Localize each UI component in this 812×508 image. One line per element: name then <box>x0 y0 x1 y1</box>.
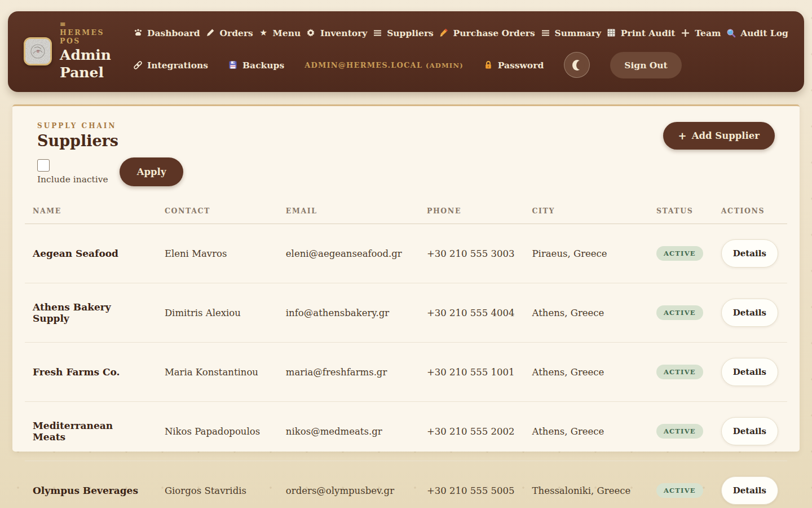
include-inactive-label: Include inactive <box>37 174 108 185</box>
theme-toggle-button[interactable] <box>564 52 590 78</box>
supplier-email: eleni@aegeanseafood.gr <box>278 224 419 283</box>
nav-item-menu[interactable]: ★ Menu <box>259 28 301 38</box>
nav-item-team[interactable]: Team <box>681 28 721 38</box>
nav-label: Integrations <box>147 60 208 71</box>
nav-label: Menu <box>273 28 301 38</box>
status-badge: ACTIVE <box>656 305 703 320</box>
supplier-phone: +30 210 555 2002 <box>419 402 524 461</box>
supplier-phone: +30 210 555 3003 <box>419 224 524 283</box>
details-button[interactable]: Details <box>721 299 778 327</box>
nav-item-inventory[interactable]: Inventory <box>306 28 367 38</box>
supplier-actions-cell: Details <box>713 461 787 508</box>
page-title: Suppliers <box>37 132 118 150</box>
add-supplier-label: Add Supplier <box>692 130 760 141</box>
secondary-nav: Integrations Backups ADMIN@HERMES.LOCAL … <box>133 52 788 78</box>
nav-item-suppliers[interactable]: Suppliers <box>373 28 434 38</box>
role-text: (ADMIN) <box>426 62 464 69</box>
list-icon <box>373 28 382 38</box>
supplier-name: Mediterranean Meats <box>25 402 157 461</box>
supplier-email: maria@freshfarms.gr <box>278 343 419 402</box>
table-row: Mediterranean Meats Nikos Papadopoulos n… <box>25 402 787 461</box>
column-header-phone: PHONE <box>419 199 524 224</box>
title-block: SUPPLY CHAIN Suppliers <box>37 122 118 150</box>
writing-hand-icon <box>439 28 449 38</box>
table-row: Fresh Farms Co. Maria Konstantinou maria… <box>25 343 787 402</box>
status-badge: ACTIVE <box>656 365 703 379</box>
lock-icon <box>484 60 493 70</box>
apply-button[interactable]: Apply <box>120 157 184 186</box>
details-button[interactable]: Details <box>721 358 778 386</box>
brand-title: Admin Panel <box>60 46 114 82</box>
supplier-status-cell: ACTIVE <box>648 343 713 402</box>
nav-label: Print Audit <box>621 28 676 38</box>
status-badge: ACTIVE <box>656 483 703 498</box>
supplier-city: Piraeus, Greece <box>524 224 648 283</box>
top-navigation-bar: ≡ HERMES POS Admin Panel Dashboard Order… <box>8 11 804 92</box>
nav-item-print-audit[interactable]: Print Audit <box>607 28 676 38</box>
supplier-status-cell: ACTIVE <box>648 402 713 461</box>
details-button[interactable]: Details <box>721 239 778 268</box>
nav-item-backups[interactable]: Backups <box>228 60 284 71</box>
supplier-contact: Giorgos Stavridis <box>157 461 278 508</box>
supplier-actions-cell: Details <box>713 283 787 343</box>
supplier-actions-cell: Details <box>713 402 787 461</box>
pen-icon <box>206 28 215 38</box>
supplier-actions-cell: Details <box>713 343 787 402</box>
supplier-email: orders@olympusbev.gr <box>278 461 419 508</box>
table-header-row: NAME CONTACT EMAIL PHONE CITY STATUS ACT… <box>25 199 787 224</box>
grid-icon <box>607 28 616 38</box>
column-header-city: CITY <box>524 199 648 224</box>
nav-label: Suppliers <box>387 28 434 38</box>
status-badge: ACTIVE <box>656 246 703 261</box>
brand-name: HERMES POS <box>60 29 111 45</box>
nav-label: Summary <box>555 28 601 38</box>
primary-nav: Dashboard Orders ★ Menu Inventory <box>133 28 788 38</box>
supplier-status-cell: ACTIVE <box>648 461 713 508</box>
nav-label: Dashboard <box>147 28 200 38</box>
logo-engraving-image <box>25 39 50 64</box>
nav-item-audit-log[interactable]: Audit Log <box>726 28 788 38</box>
nav-label: Orders <box>220 28 253 38</box>
link-icon <box>133 60 143 70</box>
nav-label: Backups <box>242 60 284 71</box>
nav-item-dashboard[interactable]: Dashboard <box>133 28 200 38</box>
nav-item-summary[interactable]: Summary <box>541 28 601 38</box>
table-body: Aegean Seafood Eleni Mavros eleni@aegean… <box>25 224 787 508</box>
details-button[interactable]: Details <box>721 417 778 445</box>
table-row: Aegean Seafood Eleni Mavros eleni@aegean… <box>25 224 787 283</box>
nav-item-integrations[interactable]: Integrations <box>133 60 208 71</box>
brand-block: ≡ HERMES POS Admin Panel <box>24 20 118 81</box>
supplier-status-cell: ACTIVE <box>648 224 713 283</box>
suppliers-card: SUPPLY CHAIN Suppliers + Add Supplier In… <box>12 104 800 452</box>
supplier-city: Athens, Greece <box>524 343 648 402</box>
nav-label: Team <box>695 28 721 38</box>
nav-item-password[interactable]: Password <box>484 60 544 71</box>
plus-icon: + <box>678 131 687 141</box>
nav-item-orders[interactable]: Orders <box>206 28 253 38</box>
table-row: Olympus Beverages Giorgos Stavridis orde… <box>25 461 787 508</box>
include-inactive-checkbox[interactable] <box>37 159 50 172</box>
nav-item-purchase-orders[interactable]: Purchase Orders <box>439 28 535 38</box>
plus-icon <box>681 28 690 38</box>
supplier-name: Olympus Beverages <box>25 461 157 508</box>
supplier-email: nikos@medmeats.gr <box>278 402 419 461</box>
nav-label: Inventory <box>320 28 367 38</box>
details-button[interactable]: Details <box>721 476 778 505</box>
column-header-name: NAME <box>25 199 157 224</box>
supplier-email: info@athensbakery.gr <box>278 283 419 343</box>
sign-out-button[interactable]: Sign Out <box>610 52 682 78</box>
supplier-contact: Maria Konstantinou <box>157 343 278 402</box>
supplier-contact: Eleni Mavros <box>157 224 278 283</box>
nav-rows: Dashboard Orders ★ Menu Inventory <box>133 24 788 78</box>
include-inactive-group: Include inactive <box>37 159 108 185</box>
add-supplier-button[interactable]: + Add Supplier <box>663 122 775 150</box>
supplier-city: Athens, Greece <box>524 283 648 343</box>
paw-icon <box>133 28 143 38</box>
nav-label: Purchase Orders <box>453 28 535 38</box>
table-row: Athens Bakery Supply Dimitris Alexiou in… <box>25 283 787 343</box>
supplier-name: Fresh Farms Co. <box>25 343 157 402</box>
brand-logo <box>24 37 52 65</box>
supplier-name: Aegean Seafood <box>25 224 157 283</box>
suppliers-table: NAME CONTACT EMAIL PHONE CITY STATUS ACT… <box>25 199 787 508</box>
supplier-phone: +30 210 555 5005 <box>419 461 524 508</box>
